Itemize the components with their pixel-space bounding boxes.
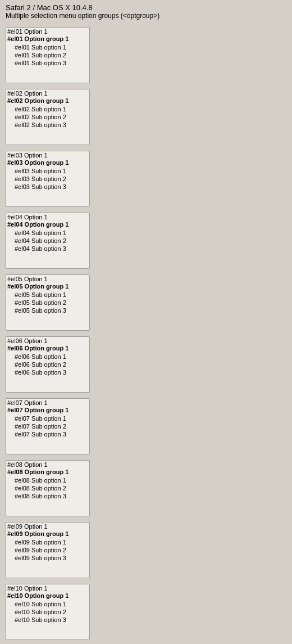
select-el03[interactable]: #el03 Option 1#el03 Sub option 1#el03 Su… [6,151,90,207]
option-el01-sub3[interactable]: #el01 Sub option 3 [6,59,89,67]
select-el05[interactable]: #el05 Option 1#el05 Sub option 1#el05 Su… [6,274,90,331]
option-el02-main[interactable]: #el02 Option 1 [6,89,89,97]
select-container-el08: #el08 Option 1#el08 Sub option 1#el08 Su… [6,460,286,516]
option-el10-sub3[interactable]: #el10 Sub option 3 [6,616,89,624]
select-container-el04: #el04 Option 1#el04 Sub option 1#el04 Su… [6,213,286,269]
select-container-el07: #el07 Option 1#el07 Sub option 1#el07 Su… [6,398,286,454]
optgroup-el09: #el09 Sub option 1#el09 Sub option 2#el0… [6,530,89,562]
select-el09[interactable]: #el09 Option 1#el09 Sub option 1#el09 Su… [6,522,90,578]
option-el04-main[interactable]: #el04 Option 1 [6,213,89,221]
option-el03-sub2[interactable]: #el03 Sub option 2 [6,175,89,183]
select-el07[interactable]: #el07 Option 1#el07 Sub option 1#el07 Su… [6,398,90,454]
option-el02-sub1[interactable]: #el02 Sub option 1 [6,105,89,113]
browser-title: Safari 2 / Mac OS X 10.4.8 [6,3,286,12]
option-el06-main[interactable]: #el06 Option 1 [6,337,89,345]
optgroup-el07: #el07 Sub option 1#el07 Sub option 2#el0… [6,407,89,438]
option-el05-main[interactable]: #el05 Option 1 [6,275,89,283]
option-el10-sub1[interactable]: #el10 Sub option 1 [6,600,89,608]
option-el08-sub1[interactable]: #el08 Sub option 1 [6,476,89,484]
option-el01-sub2[interactable]: #el01 Sub option 2 [6,51,89,59]
optgroup-el02: #el02 Sub option 1#el02 Sub option 2#el0… [6,97,89,129]
option-el09-main[interactable]: #el09 Option 1 [6,523,89,530]
option-el01-sub1[interactable]: #el01 Sub option 1 [6,43,89,51]
option-el06-sub1[interactable]: #el06 Sub option 1 [6,353,89,361]
select-el01[interactable]: #el01 Option 1#el01 Sub option 1#el01 Su… [6,27,90,83]
page-description: Multiple selection menu option groups (<… [6,12,286,20]
select-el02[interactable]: #el02 Option 1#el02 Sub option 1#el02 Su… [6,89,90,145]
select-container-el09: #el09 Option 1#el09 Sub option 1#el09 Su… [6,522,286,578]
select-el04[interactable]: #el04 Option 1#el04 Sub option 1#el04 Su… [6,213,90,269]
select-el08[interactable]: #el08 Option 1#el08 Sub option 1#el08 Su… [6,460,90,516]
option-el08-sub2[interactable]: #el08 Sub option 2 [6,484,89,492]
optgroup-el10: #el10 Sub option 1#el10 Sub option 2#el1… [6,592,89,624]
option-el06-sub3[interactable]: #el06 Sub option 3 [6,368,89,376]
optgroup-el05: #el05 Sub option 1#el05 Sub option 2#el0… [6,283,89,314]
option-el07-main[interactable]: #el07 Option 1 [6,399,89,407]
option-el03-main[interactable]: #el03 Option 1 [6,151,89,159]
select-container-el06: #el06 Option 1#el06 Sub option 1#el06 Su… [6,336,286,393]
select-container-el05: #el05 Option 1#el05 Sub option 1#el05 Su… [6,274,286,331]
select-container-el01: #el01 Option 1#el01 Sub option 1#el01 Su… [6,27,286,83]
option-el05-sub3[interactable]: #el05 Sub option 3 [6,307,89,314]
main-content: #el01 Option 1#el01 Sub option 1#el01 Su… [0,24,292,644]
option-el04-sub2[interactable]: #el04 Sub option 2 [6,237,89,245]
option-el06-sub2[interactable]: #el06 Sub option 2 [6,361,89,368]
option-el03-sub1[interactable]: #el03 Sub option 1 [6,167,89,175]
optgroup-el06: #el06 Sub option 1#el06 Sub option 2#el0… [6,345,89,376]
select-container-el10: #el10 Option 1#el10 Sub option 1#el10 Su… [6,584,286,640]
option-el03-sub3[interactable]: #el03 Sub option 3 [6,183,89,191]
optgroup-el04: #el04 Sub option 1#el04 Sub option 2#el0… [6,221,89,253]
option-el10-sub2[interactable]: #el10 Sub option 2 [6,608,89,616]
option-el09-sub2[interactable]: #el09 Sub option 2 [6,546,89,554]
option-el04-sub3[interactable]: #el04 Sub option 3 [6,245,89,253]
option-el02-sub3[interactable]: #el02 Sub option 3 [6,121,89,129]
option-el07-sub3[interactable]: #el07 Sub option 3 [6,430,89,438]
option-el02-sub2[interactable]: #el02 Sub option 2 [6,113,89,121]
select-container-el03: #el03 Option 1#el03 Sub option 1#el03 Su… [6,151,286,207]
page-header: Safari 2 / Mac OS X 10.4.8 Multiple sele… [0,0,292,24]
option-el01-main[interactable]: #el01 Option 1 [6,28,89,35]
option-el10-main[interactable]: #el10 Option 1 [6,584,89,592]
select-el10[interactable]: #el10 Option 1#el10 Sub option 1#el10 Su… [6,584,90,640]
optgroup-el08: #el08 Sub option 1#el08 Sub option 2#el0… [6,469,89,500]
option-el04-sub1[interactable]: #el04 Sub option 1 [6,229,89,237]
optgroup-el01: #el01 Sub option 1#el01 Sub option 2#el0… [6,35,89,67]
select-container-el02: #el02 Option 1#el02 Sub option 1#el02 Su… [6,89,286,145]
option-el08-main[interactable]: #el08 Option 1 [6,461,89,469]
option-el08-sub3[interactable]: #el08 Sub option 3 [6,492,89,500]
option-el05-sub1[interactable]: #el05 Sub option 1 [6,291,89,299]
option-el09-sub3[interactable]: #el09 Sub option 3 [6,554,89,562]
option-el05-sub2[interactable]: #el05 Sub option 2 [6,299,89,307]
select-el06[interactable]: #el06 Option 1#el06 Sub option 1#el06 Su… [6,336,90,393]
option-el07-sub1[interactable]: #el07 Sub option 1 [6,415,89,422]
option-el07-sub2[interactable]: #el07 Sub option 2 [6,422,89,430]
option-el09-sub1[interactable]: #el09 Sub option 1 [6,538,89,546]
optgroup-el03: #el03 Sub option 1#el03 Sub option 2#el0… [6,159,89,191]
